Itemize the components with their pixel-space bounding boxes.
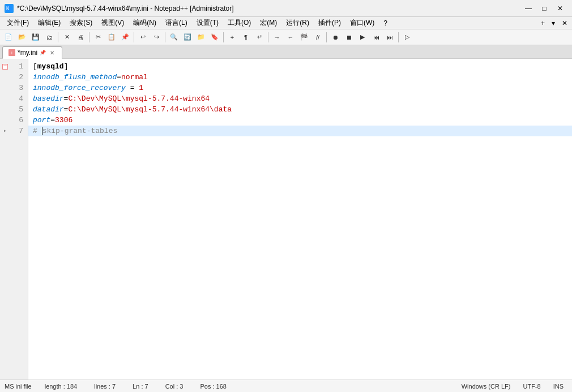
- status-encoding[interactable]: UTF-8: [519, 381, 544, 391]
- toolbar-para-button[interactable]: ¶: [240, 31, 252, 44]
- menu-settings[interactable]: 设置(T): [192, 17, 223, 29]
- toolbar-print-button[interactable]: 🖨: [74, 31, 87, 44]
- svg-text:N: N: [6, 6, 9, 11]
- code-space-7: [37, 126, 42, 136]
- status-pos[interactable]: Pos : 168: [196, 381, 230, 391]
- toolbar-macro-next-button[interactable]: ⏭: [383, 31, 396, 44]
- toolbar-copy-button[interactable]: 📋: [105, 31, 118, 44]
- menu-right-actions: + ▾ ✕: [539, 18, 570, 28]
- titlebar-left: N *C:\Dev\MySQL\mysql-5.7.44-winx64\my.i…: [5, 4, 234, 13]
- status-ln[interactable]: Ln : 7: [129, 381, 152, 391]
- tab-pin-icon: 📌: [40, 50, 46, 55]
- code-hash-7: #: [33, 126, 37, 136]
- code-val-2: normal: [121, 72, 148, 83]
- toolbar-sep-2: [89, 32, 89, 42]
- toolbar-wrap-button[interactable]: ↵: [253, 31, 266, 44]
- status-right: Windows (CR LF) UTF-8 INS: [458, 381, 567, 391]
- editor-content[interactable]: [mysqld] innodb_flush_method=normal inno…: [28, 59, 572, 380]
- tabbar: i *my.ini 📌 ✕: [0, 45, 572, 59]
- toolbar-macro-play-button[interactable]: ▶: [356, 31, 369, 44]
- toolbar-comment-button[interactable]: //: [311, 31, 324, 44]
- menu-plus-button[interactable]: +: [539, 18, 547, 28]
- toolbar-open-button[interactable]: 📂: [16, 31, 28, 44]
- toolbar-find-button[interactable]: 🔍: [168, 31, 180, 44]
- menu-close-button[interactable]: ✕: [560, 18, 570, 28]
- window-title: *C:\Dev\MySQL\mysql-5.7.44-winx64\my.ini…: [17, 5, 234, 12]
- code-line-6: port=3306: [28, 115, 572, 126]
- menu-plugins[interactable]: 插件(P): [314, 17, 345, 29]
- toolbar-indent-button[interactable]: →: [271, 31, 283, 44]
- status-col[interactable]: Col : 3: [161, 381, 187, 391]
- menu-run[interactable]: 运行(R): [281, 17, 314, 29]
- toolbar-undo-button[interactable]: ↩: [136, 31, 149, 44]
- code-bracket-open-1: [: [33, 61, 37, 72]
- code-key-6: port: [33, 115, 50, 126]
- titlebar: N *C:\Dev\MySQL\mysql-5.7.44-winx64\my.i…: [0, 0, 572, 17]
- toolbar-saveall-button[interactable]: 🗂: [43, 31, 56, 44]
- status-filetype: MS ini file: [5, 383, 32, 390]
- code-line-1: [mysqld]: [28, 61, 572, 72]
- minimize-button[interactable]: —: [521, 3, 536, 14]
- maximize-button[interactable]: □: [537, 3, 552, 14]
- toolbar-redo-button[interactable]: ↪: [150, 31, 163, 44]
- toolbar-sep-8: [398, 32, 399, 42]
- menu-help[interactable]: ?: [379, 18, 392, 28]
- menu-window[interactable]: 窗口(W): [345, 17, 379, 29]
- toolbar-cut-button[interactable]: ✂: [92, 31, 104, 44]
- tab-myini[interactable]: i *my.ini 📌 ✕: [2, 46, 62, 59]
- toolbar-bookmark-button[interactable]: 🏁: [298, 31, 310, 44]
- status-ins[interactable]: INS: [549, 381, 567, 391]
- toolbar-replace-button[interactable]: 🔄: [181, 31, 194, 44]
- code-eq-4: =: [64, 93, 69, 104]
- tab-close-button[interactable]: ✕: [48, 49, 56, 57]
- toolbar: 📄 📂 💾 🗂 ✕ 🖨 ✂ 📋 📌 ↩ ↪ 🔍 🔄 📁 🔖 + ¶ ↵ → ← …: [0, 29, 572, 45]
- code-key-5: datadir: [33, 104, 64, 115]
- toolbar-sep-5: [223, 32, 224, 42]
- fold-arrow-7: ▸: [3, 126, 7, 136]
- statusbar: MS ini file length : 184 lines : 7 Ln : …: [0, 380, 572, 392]
- menu-tools[interactable]: 工具(O): [223, 17, 255, 29]
- line-num-1: ─ 1: [0, 61, 28, 72]
- toolbar-run-button[interactable]: ▷: [401, 31, 413, 44]
- line-num-3: 3: [0, 83, 28, 93]
- toolbar-findinfiles-button[interactable]: 📁: [195, 31, 207, 44]
- toolbar-unindent-button[interactable]: ←: [284, 31, 297, 44]
- status-length[interactable]: length : 184: [41, 381, 82, 391]
- toolbar-macro-prev-button[interactable]: ⏮: [370, 31, 382, 44]
- toolbar-findbookmark-button[interactable]: 🔖: [208, 31, 221, 44]
- menu-edit[interactable]: 编辑(E): [33, 17, 65, 29]
- status-line-ending[interactable]: Windows (CR LF): [458, 381, 515, 391]
- menu-search[interactable]: 搜索(S): [65, 17, 97, 29]
- status-lines[interactable]: lines : 7: [90, 381, 119, 391]
- toolbar-sep-7: [326, 32, 327, 42]
- menu-file[interactable]: 文件(F): [2, 17, 33, 29]
- toolbar-zoom-in-button[interactable]: +: [226, 31, 238, 44]
- app-icon: N: [5, 4, 14, 13]
- menu-dropdown-button[interactable]: ▾: [549, 18, 557, 28]
- menu-encode[interactable]: 编码(N): [129, 17, 161, 29]
- code-val-6: 3306: [55, 115, 72, 126]
- code-line-2: innodb_flush_method=normal: [28, 72, 572, 83]
- code-eq-6: =: [50, 115, 55, 126]
- toolbar-sep-3: [134, 32, 134, 42]
- toolbar-sep-4: [165, 32, 165, 42]
- toolbar-macro-rec-button[interactable]: ⏺: [329, 31, 342, 44]
- toolbar-close-button[interactable]: ✕: [61, 31, 73, 44]
- fold-marker-1[interactable]: ─: [2, 64, 8, 70]
- close-button[interactable]: ✕: [553, 3, 567, 14]
- menu-macro[interactable]: 宏(M): [255, 17, 281, 29]
- code-eq-3: =: [126, 83, 139, 93]
- menu-view[interactable]: 视图(V): [97, 17, 129, 29]
- toolbar-save-button[interactable]: 💾: [29, 31, 42, 44]
- toolbar-macro-stop-button[interactable]: ⏹: [343, 31, 355, 44]
- toolbar-new-button[interactable]: 📄: [2, 31, 15, 44]
- code-line-5: datadir=C:\Dev\MySQL\mysql-5.7.44-winx64…: [28, 104, 572, 115]
- code-val-5: C:\Dev\MySQL\mysql-5.7.44-winx64\data: [68, 104, 232, 115]
- tab-label: *my.ini: [18, 49, 37, 57]
- code-comment-7: skip-grant-tables: [42, 126, 118, 136]
- toolbar-paste-button[interactable]: 📌: [119, 31, 131, 44]
- line-num-2: 2: [0, 72, 28, 83]
- menu-language[interactable]: 语言(L): [161, 17, 192, 29]
- tab-file-icon: i: [8, 49, 15, 56]
- line-num-4: 4: [0, 93, 28, 104]
